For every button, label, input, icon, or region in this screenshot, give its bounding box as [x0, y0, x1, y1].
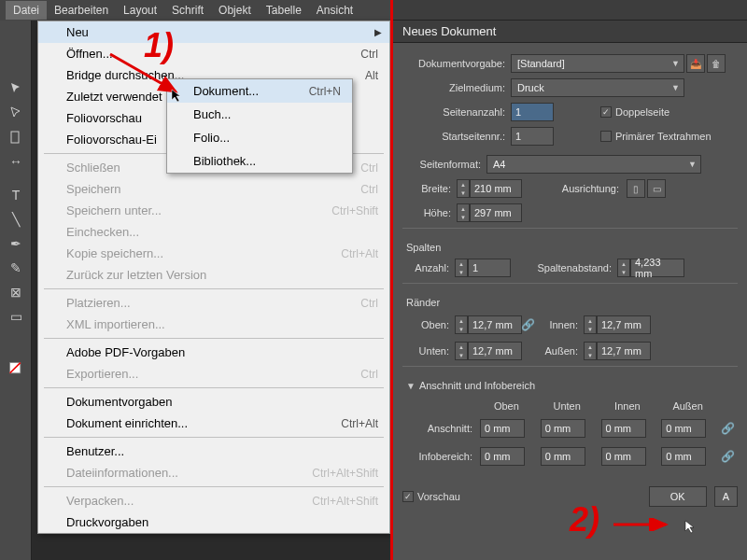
preview-label: Vorschau: [417, 491, 460, 502]
col-inside: Innen: [599, 399, 657, 413]
width-label: Breite:: [402, 183, 457, 194]
bleed-bottom-input[interactable]: 0 mm: [541, 419, 585, 438]
menubar: Datei Bearbeiten Layout Schrift Objekt T…: [0, 0, 390, 21]
menu-dokvorgaben[interactable]: Dokumentvorgaben: [38, 391, 389, 413]
slug-top-input[interactable]: 0 mm: [480, 447, 525, 466]
margin-outside-spinner[interactable]: ▲▼: [584, 342, 597, 360]
gutter-input[interactable]: 4,233 mm: [630, 259, 684, 277]
ok-button[interactable]: OK: [649, 486, 707, 507]
page-tool[interactable]: [0, 125, 32, 149]
width-input[interactable]: 210 mm: [470, 179, 522, 198]
colcount-label: Anzahl:: [402, 262, 455, 273]
pagesize-dropdown[interactable]: A4▼: [486, 155, 701, 174]
link-margins-icon[interactable]: 🔗: [522, 314, 533, 336]
portrait-icon[interactable]: ▯: [627, 179, 645, 198]
menu-schrift[interactable]: Schrift: [164, 1, 211, 20]
margin-top-input[interactable]: 12,7 mm: [468, 315, 522, 334]
margin-bottom-spinner[interactable]: ▲▼: [455, 342, 468, 360]
start-label: Startseitennr.:: [402, 131, 511, 142]
frame-tool[interactable]: ⊠: [0, 280, 32, 304]
slug-bottom-input[interactable]: 0 mm: [541, 447, 585, 466]
margin-inside-input[interactable]: 12,7 mm: [597, 315, 651, 334]
menu-layout[interactable]: Layout: [116, 1, 164, 20]
direct-select-tool[interactable]: [0, 101, 32, 125]
height-label: Höhe:: [402, 207, 457, 218]
primary-checkbox[interactable]: [600, 131, 612, 142]
height-spinner[interactable]: ▲▼: [457, 203, 470, 222]
preview-checkbox[interactable]: ✓: [402, 491, 414, 502]
col-top: Oben: [477, 399, 536, 413]
landscape-icon[interactable]: ▭: [647, 179, 666, 198]
submenu-bibliothek[interactable]: Bibliothek...: [167, 149, 352, 173]
bleed-outside-input[interactable]: 0 mm: [661, 419, 706, 438]
save-preset-icon[interactable]: 📥: [686, 54, 705, 73]
swatch-tool[interactable]: [0, 357, 32, 381]
height-input[interactable]: 297 mm: [470, 203, 522, 222]
gutter-spinner[interactable]: ▲▼: [617, 259, 630, 277]
pencil-tool[interactable]: ✎: [0, 256, 32, 280]
pagesize-label: Seitenformat:: [402, 159, 486, 170]
facing-checkbox[interactable]: ✓: [600, 106, 612, 118]
menu-einchecken: Einchecken...: [38, 221, 389, 243]
margins-title: Ränder: [406, 297, 738, 308]
facing-label: Doppelseite: [615, 106, 669, 118]
menu-oeffnen[interactable]: Öffnen...Ctrl: [38, 43, 389, 64]
selection-tool[interactable]: [0, 77, 32, 101]
menu-pdf-vorgaben[interactable]: Adobe PDF-Vorgaben: [38, 342, 389, 363]
menu-verpacken: Verpacken...Ctrl+Alt+Shift: [38, 490, 389, 511]
rect-tool[interactable]: ▭: [0, 304, 32, 329]
svg-rect-0: [11, 132, 19, 143]
slug-label: Infobereich:: [404, 443, 475, 469]
app-topbar: [393, 0, 747, 21]
menu-zurueck: Zurück zur letzten Version: [38, 264, 389, 286]
delete-preset-icon[interactable]: 🗑: [707, 54, 726, 73]
disclosure-icon[interactable]: ▼: [406, 381, 416, 391]
menu-datei[interactable]: Datei: [6, 1, 47, 20]
line-tool[interactable]: ╲: [0, 207, 32, 231]
menu-tabelle[interactable]: Tabelle: [259, 1, 309, 20]
margin-top-spinner[interactable]: ▲▼: [455, 315, 468, 334]
type-tool[interactable]: T: [0, 183, 32, 207]
slug-outside-input[interactable]: 0 mm: [661, 447, 706, 466]
pages-input[interactable]: 1: [511, 103, 554, 121]
link-bleed-icon[interactable]: 🔗: [722, 417, 733, 440]
menu-neu[interactable]: Neu▶: [38, 21, 389, 43]
pen-tool[interactable]: ✒: [0, 231, 32, 256]
bleed-top-input[interactable]: 0 mm: [480, 419, 525, 438]
margin-inside-spinner[interactable]: ▲▼: [584, 315, 597, 334]
margin-bottom-label: Unten:: [402, 345, 455, 357]
col-outside: Außen: [658, 399, 717, 413]
menu-xml: XML importieren...: [38, 314, 389, 335]
margin-bottom-input[interactable]: 12,7 mm: [468, 342, 522, 360]
margin-outside-input[interactable]: 12,7 mm: [597, 342, 651, 360]
menu-druckvorgaben[interactable]: Druckvorgaben: [38, 511, 389, 533]
chevron-down-icon: ▼: [688, 160, 697, 169]
tutorial-divider: [390, 0, 393, 560]
menu-dokeinrichten[interactable]: Dokument einrichten...Ctrl+Alt: [38, 413, 389, 434]
preset-dropdown[interactable]: [Standard]▼: [511, 54, 684, 73]
bleed-label: Anschnitt:: [404, 415, 475, 441]
gap-tool[interactable]: ↔: [0, 149, 32, 174]
menu-objekt[interactable]: Objekt: [211, 1, 259, 20]
menu-platzieren: Platzieren...Ctrl: [38, 292, 389, 314]
menu-ansicht[interactable]: Ansicht: [309, 1, 360, 20]
new-document-dialog: Neues Dokument Dokumentvorgabe: [Standar…: [393, 21, 747, 560]
submenu-folio[interactable]: Folio...: [167, 126, 352, 149]
colcount-spinner[interactable]: ▲▼: [455, 259, 468, 277]
submenu-dokument[interactable]: Dokument...Ctrl+N: [167, 79, 352, 103]
bleed-inside-input[interactable]: 0 mm: [601, 419, 646, 438]
submenu-buch[interactable]: Buch...: [167, 103, 352, 126]
link-slug-icon[interactable]: 🔗: [722, 445, 733, 468]
intent-dropdown[interactable]: Druck▼: [511, 78, 684, 97]
gutter-label: Spaltenabstand:: [511, 262, 617, 273]
menu-speichern: SpeichernCtrl: [38, 178, 389, 200]
width-spinner[interactable]: ▲▼: [457, 179, 470, 198]
menu-benutzer[interactable]: Benutzer...: [38, 441, 389, 462]
cancel-button-partial[interactable]: A: [714, 486, 738, 507]
start-input[interactable]: 1: [511, 127, 554, 146]
menu-bearbeiten[interactable]: Bearbeiten: [47, 1, 116, 20]
preset-label: Dokumentvorgabe:: [402, 58, 511, 69]
slug-inside-input[interactable]: 0 mm: [601, 447, 646, 466]
colcount-input[interactable]: 1: [468, 259, 511, 277]
toolbox: ↔ T ╲ ✒ ✎ ⊠ ▭: [0, 21, 32, 560]
